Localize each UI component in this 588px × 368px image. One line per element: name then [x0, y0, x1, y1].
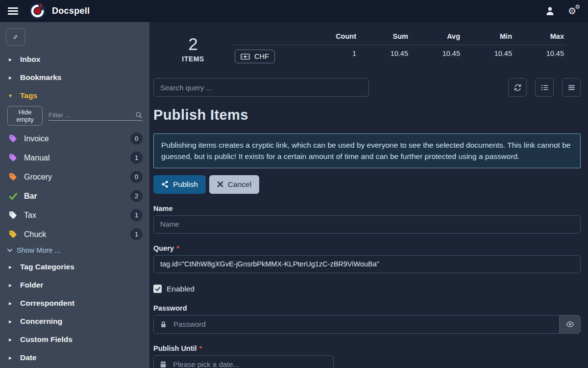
items-count: 2 [188, 35, 197, 54]
tag-count-badge: 0 [130, 132, 143, 145]
eye-icon [566, 321, 574, 328]
main-panel: 2 ITEMS CountSumAvgMinMaxCHF110.4510.451… [149, 22, 588, 368]
tag-icon [9, 173, 18, 181]
query-field-label: Query* [153, 244, 581, 252]
caret-right-icon: ▸ [9, 354, 14, 361]
sidebar-item-concerning[interactable]: ▸Concerning [0, 313, 149, 330]
publish-until-input[interactable] [167, 360, 333, 368]
chevron-down-icon [7, 248, 13, 253]
tag-list: Invoice0Manual1Grocery0Bar2Tax1Chuck1 [0, 130, 149, 243]
tag-icon [9, 230, 18, 238]
tag-count-badge: 1 [130, 152, 143, 164]
show-more-link[interactable]: Show More ... [0, 244, 149, 258]
query-input[interactable] [153, 255, 581, 273]
stats-column-header: Count [306, 28, 358, 45]
check-icon [9, 191, 18, 201]
stats-column-header: Min [462, 28, 514, 45]
sidebar-item-bookmarks[interactable]: ▸Bookmarks [0, 69, 149, 86]
caret-right-icon: ▸ [9, 318, 14, 325]
diagonal-arrows-icon [12, 33, 19, 41]
caret-right-icon: ▸ [9, 74, 14, 81]
expand-sidebar-button[interactable] [6, 28, 25, 46]
stats-column-header: Avg [410, 28, 462, 45]
tag-count-badge: 2 [130, 190, 143, 202]
required-asterisk: * [176, 244, 179, 252]
menu-bars-button[interactable] [562, 78, 581, 97]
sidebar-item-correspondent[interactable]: ▸Correspondent [0, 294, 149, 312]
sidebar-item-date[interactable]: ▸Date [0, 349, 149, 367]
publish-info-message: Publishing items creates a cryptic link,… [153, 133, 581, 168]
cancel-button[interactable]: Cancel [209, 175, 259, 194]
caret-right-icon: ▸ [9, 336, 14, 343]
tag-icon [9, 211, 18, 219]
lock-icon [154, 320, 168, 328]
docspell-logo [29, 3, 46, 19]
publish-until-field [153, 355, 334, 368]
search-query-input[interactable] [153, 78, 369, 97]
list-view-button[interactable] [535, 78, 554, 97]
name-input[interactable] [153, 215, 581, 234]
show-more-label: Show More ... [17, 246, 60, 254]
sidebar: ▸Inbox▸Bookmarks ▾ Tags Hide empty Invoi… [0, 22, 149, 368]
publish-button[interactable]: Publish [153, 175, 206, 194]
sidebar-tag-invoice[interactable]: Invoice0 [0, 130, 149, 148]
sidebar-tag-bar[interactable]: Bar2 [0, 187, 149, 205]
settings-gears-icon[interactable]: ⚙⚙ [568, 6, 576, 16]
app-title: Docspell [52, 6, 90, 16]
required-asterisk: * [199, 344, 202, 352]
user-icon[interactable] [545, 6, 555, 16]
password-field [153, 315, 581, 334]
money-bill-icon [241, 53, 250, 60]
tag-label: Grocery [24, 173, 52, 182]
page-title: Publish Items [153, 107, 581, 123]
sidebar-item-inbox[interactable]: ▸Inbox [0, 51, 149, 68]
stats-column-header: Max [514, 28, 566, 45]
publish-button-label: Publish [173, 180, 198, 189]
publish-until-field-label: Publish Until* [153, 344, 581, 352]
stats-value: 10.45 [410, 45, 462, 68]
sidebar-tag-chuck[interactable]: Chuck1 [0, 225, 149, 243]
stats-value: 1 [306, 45, 358, 68]
stats-row: 2 ITEMS CountSumAvgMinMaxCHF110.4510.451… [153, 28, 581, 68]
menu-icon[interactable] [8, 7, 18, 15]
tags-section-label: Tags [20, 91, 37, 100]
tag-filter-input[interactable] [49, 111, 135, 119]
sidebar-tag-manual[interactable]: Manual1 [0, 149, 149, 167]
sidebar-tag-tax[interactable]: Tax1 [0, 206, 149, 224]
sidebar-item-folder[interactable]: ▸Folder [0, 276, 149, 294]
sidebar-item-tags[interactable]: ▾ Tags [0, 87, 149, 105]
close-icon [217, 181, 223, 187]
cancel-button-label: Cancel [228, 180, 251, 189]
enabled-checkbox-row[interactable]: Enabled [153, 285, 581, 293]
tag-label: Manual [24, 154, 49, 162]
stats-value: 10.45 [514, 45, 566, 68]
sidebar-tag-grocery[interactable]: Grocery0 [0, 168, 149, 186]
tag-icon [9, 134, 18, 143]
search-icon [135, 111, 143, 119]
tag-label: Invoice [24, 134, 49, 143]
enabled-checkbox[interactable] [153, 285, 162, 293]
currency-badge[interactable]: CHF [235, 50, 275, 63]
caret-right-icon: ▸ [9, 263, 14, 270]
tag-filter-field [49, 111, 143, 121]
toggle-password-visibility-button[interactable] [559, 315, 580, 333]
calendar-icon [154, 361, 167, 368]
tag-label: Tax [24, 211, 36, 220]
caret-right-icon: ▸ [9, 56, 14, 63]
stats-column-header: Sum [358, 28, 410, 45]
password-input[interactable] [168, 320, 559, 328]
stats-value: 10.45 [462, 45, 514, 68]
sidebar-item-tag-categories[interactable]: ▸Tag Categories [0, 258, 149, 276]
refresh-button[interactable] [508, 78, 527, 97]
caret-right-icon: ▸ [9, 282, 14, 289]
tag-label: Bar [24, 192, 37, 201]
sidebar-item-custom-fields[interactable]: ▸Custom Fields [0, 331, 149, 348]
share-icon [161, 181, 169, 188]
tag-icon [9, 154, 18, 162]
items-stat: 2 ITEMS [153, 28, 233, 68]
tag-count-badge: 1 [130, 209, 143, 221]
hide-empty-button[interactable]: Hide empty [7, 106, 43, 126]
check-icon [155, 286, 161, 292]
caret-down-icon: ▾ [9, 92, 14, 99]
refresh-icon [514, 83, 522, 92]
